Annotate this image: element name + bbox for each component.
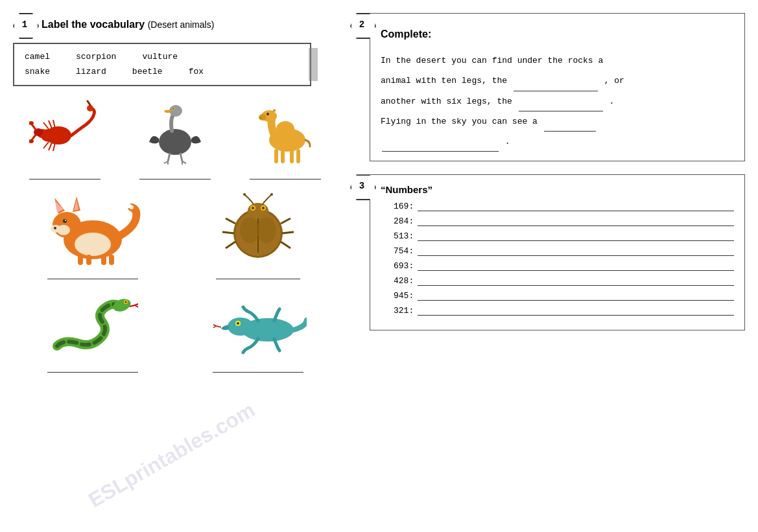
svg-point-18: [172, 108, 174, 110]
vocab-lizard: lizard: [76, 64, 106, 79]
svg-rect-50: [109, 255, 114, 265]
svg-point-29: [260, 117, 262, 119]
svg-point-30: [266, 113, 269, 115]
svg-point-56: [248, 203, 268, 218]
svg-line-9: [49, 121, 52, 128]
fox-label-line: [47, 270, 138, 279]
fox-icon: [44, 191, 141, 266]
numbers-item-4: 693:: [394, 261, 734, 271]
numbers-item-0: 169:: [394, 202, 734, 211]
text-line3: another with six legs, the .: [381, 97, 614, 106]
fill-answer1: [514, 91, 598, 91]
svg-rect-47: [78, 255, 83, 265]
number-fill-6: [418, 292, 734, 301]
watermark: ESLprintables.com: [84, 398, 259, 513]
number-value-3: 754:: [394, 246, 414, 256]
number-fill-4: [418, 262, 734, 271]
svg-line-22: [180, 153, 182, 161]
svg-point-44: [54, 227, 56, 229]
vulture-image: [136, 97, 214, 168]
svg-point-73: [228, 318, 254, 336]
svg-point-61: [243, 193, 246, 196]
number-fill-5: [418, 277, 734, 286]
number-value-0: 169:: [394, 202, 414, 211]
svg-line-12: [49, 143, 52, 150]
svg-point-15: [159, 129, 191, 155]
vocab-scorpion: scorpion: [76, 49, 116, 64]
camel-image: [246, 97, 324, 168]
animal-beetle: [178, 190, 337, 279]
svg-point-36: [75, 233, 111, 256]
svg-line-19: [168, 153, 170, 161]
number-value-7: 321:: [394, 306, 414, 316]
animal-fox: [13, 190, 172, 279]
vocab-fox: fox: [189, 64, 204, 79]
animals-row1: [13, 97, 337, 179]
left-column: 1 Label the vocabulary (Desert animals) …: [13, 13, 337, 519]
svg-point-16: [169, 105, 182, 117]
number-fill-2: [418, 232, 734, 241]
svg-rect-49: [101, 255, 106, 265]
svg-line-6: [32, 135, 36, 140]
numbers-item-2: 513:: [394, 231, 734, 241]
number-fill-0: [418, 202, 734, 211]
section3-wrapper: 3 “Numbers” 169:284:513:754:693:428:945:…: [350, 174, 745, 519]
svg-rect-31: [274, 149, 278, 163]
number-value-4: 693:: [394, 261, 414, 271]
scorpion-image: [26, 97, 104, 168]
fill-answer3a: [544, 131, 596, 132]
svg-point-60: [262, 207, 265, 209]
lizard-label-line: [213, 364, 303, 373]
number-fill-7: [418, 306, 734, 316]
svg-line-11: [43, 142, 49, 148]
vulture-icon: [139, 100, 211, 165]
section2-text: In the desert you can find under the roc…: [381, 51, 734, 152]
scorpion-label-line: [29, 170, 101, 179]
section1-header: 1 Label the vocabulary (Desert animals): [13, 13, 337, 36]
svg-point-69: [111, 297, 132, 314]
snake-label-line: [47, 364, 138, 373]
svg-point-28: [259, 114, 266, 121]
section3-title: “Numbers”: [381, 184, 734, 195]
animal-camel: [233, 97, 337, 179]
scorpion-icon: [29, 100, 101, 165]
number-value-5: 428:: [394, 276, 414, 286]
fill-answer3b: [382, 151, 499, 152]
svg-point-54: [240, 217, 259, 243]
vocab-beetle: beetle: [132, 64, 163, 79]
text-line4: Flying in the sky you can see a: [381, 117, 597, 126]
text-line1: In the desert you can find under the roc…: [381, 56, 603, 65]
svg-point-58: [252, 207, 254, 209]
svg-line-8: [43, 122, 49, 129]
section1-badge: 1: [13, 13, 36, 36]
number-fill-1: [418, 217, 734, 226]
animal-vulture: [123, 97, 227, 179]
vulture-label-line: [139, 170, 211, 179]
svg-rect-32: [281, 149, 285, 163]
numbers-list: 169:284:513:754:693:428:945:321:: [381, 202, 734, 316]
right-column: 2 Complete: In the desert you can find u…: [350, 13, 745, 519]
svg-line-68: [281, 242, 290, 248]
fill-answer2: [519, 111, 603, 111]
svg-line-63: [226, 218, 235, 224]
svg-point-55: [257, 217, 276, 243]
camel-icon: [250, 100, 321, 165]
svg-rect-34: [296, 149, 300, 163]
svg-point-45: [63, 219, 67, 223]
section3-box: “Numbers” 169:284:513:754:693:428:945:32…: [370, 174, 745, 330]
numbers-item-5: 428:: [394, 276, 734, 286]
lizard-icon: [209, 291, 307, 359]
number-value-1: 284:: [394, 216, 414, 226]
snake-icon: [44, 291, 141, 359]
svg-point-26: [276, 121, 294, 137]
svg-point-14: [87, 105, 93, 111]
svg-point-75: [237, 322, 239, 325]
vocab-row2: snake lizard beetle fox: [25, 64, 300, 79]
numbers-item-1: 284:: [394, 216, 734, 226]
numbers-item-3: 754:: [394, 246, 734, 256]
animal-snake: [13, 290, 172, 373]
beetle-icon: [216, 191, 300, 266]
numbers-item-6: 945:: [394, 291, 734, 301]
vocab-snake: snake: [25, 64, 50, 79]
svg-point-62: [270, 193, 273, 196]
